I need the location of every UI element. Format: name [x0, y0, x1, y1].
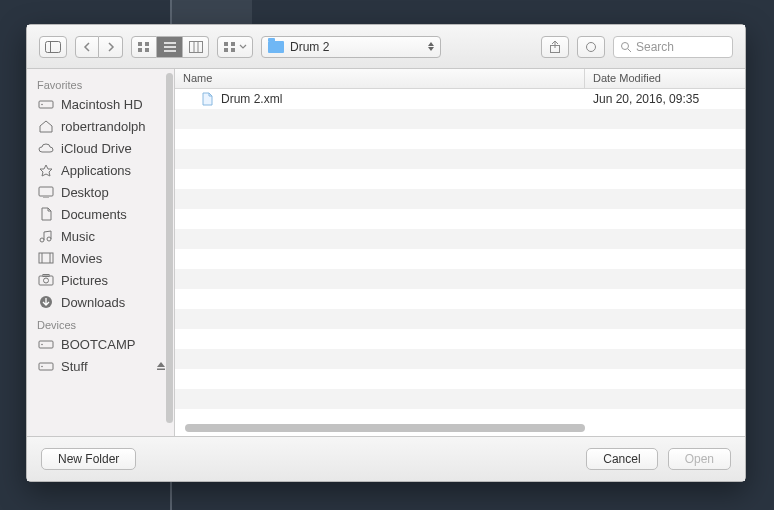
svg-rect-32 — [39, 341, 53, 348]
search-field[interactable]: Search — [613, 36, 733, 58]
hdd-icon — [37, 96, 55, 112]
svg-point-33 — [41, 344, 43, 346]
share-button[interactable] — [541, 36, 569, 58]
svg-rect-13 — [231, 42, 235, 46]
svg-rect-5 — [145, 48, 149, 52]
file-name: Drum 2.xml — [221, 92, 282, 106]
svg-rect-9 — [189, 41, 202, 52]
svg-rect-3 — [145, 42, 149, 46]
toolbar: Drum 2 Search — [27, 25, 745, 69]
sidebar-item-movies[interactable]: Movies — [27, 247, 174, 269]
sidebar-item-documents[interactable]: Documents — [27, 203, 174, 225]
horizontal-scrollbar[interactable] — [185, 424, 585, 432]
sidebar-item-pictures[interactable]: Pictures — [27, 269, 174, 291]
search-placeholder: Search — [636, 40, 674, 54]
open-button[interactable]: Open — [668, 448, 731, 470]
cancel-button[interactable]: Cancel — [586, 448, 657, 470]
arrange-button[interactable] — [217, 36, 253, 58]
eject-icon[interactable] — [156, 359, 166, 374]
svg-line-20 — [628, 49, 631, 52]
file-rows: Drum 2.xml Jun 20, 2016, 09:35 — [175, 89, 745, 436]
svg-rect-25 — [39, 253, 53, 263]
svg-point-19 — [622, 42, 629, 49]
sidebar-item-bootcamp[interactable]: BOOTCAMP — [27, 333, 174, 355]
file-list-area: Name Date Modified Drum 2.xml Jun 20, 20… — [175, 69, 745, 436]
back-button[interactable] — [75, 36, 99, 58]
svg-rect-2 — [138, 42, 142, 46]
column-name[interactable]: Name — [175, 69, 585, 88]
hdd-icon — [37, 336, 55, 352]
column-date[interactable]: Date Modified — [585, 69, 745, 88]
sidebar-item-home[interactable]: robertrandolph — [27, 115, 174, 137]
updown-icon — [428, 42, 434, 51]
list-view-button[interactable] — [157, 36, 183, 58]
column-headers: Name Date Modified — [175, 69, 745, 89]
svg-rect-28 — [39, 276, 53, 285]
svg-rect-21 — [39, 101, 53, 108]
search-icon — [620, 41, 632, 53]
cloud-icon — [37, 140, 55, 156]
file-date: Jun 20, 2016, 09:35 — [585, 92, 745, 106]
column-view-button[interactable] — [183, 36, 209, 58]
sidebar-scrollbar[interactable] — [166, 73, 173, 423]
forward-button[interactable] — [99, 36, 123, 58]
sidebar-toggle-button[interactable] — [39, 36, 67, 58]
icon-view-button[interactable] — [131, 36, 157, 58]
folder-icon — [268, 41, 284, 53]
svg-rect-14 — [224, 48, 228, 52]
dialog-footer: New Folder Cancel Open — [27, 437, 745, 481]
svg-rect-4 — [138, 48, 142, 52]
movies-icon — [37, 250, 55, 266]
open-dialog: Drum 2 Search Favorites Macintosh HD rob… — [26, 24, 746, 482]
sidebar-item-downloads[interactable]: Downloads — [27, 291, 174, 313]
docs-icon — [37, 206, 55, 222]
svg-rect-12 — [224, 42, 228, 46]
svg-rect-34 — [39, 363, 53, 370]
svg-point-35 — [41, 366, 43, 368]
home-icon — [37, 118, 55, 134]
svg-point-18 — [587, 42, 596, 51]
hdd-icon — [37, 358, 55, 374]
sidebar-item-music[interactable]: Music — [27, 225, 174, 247]
sidebar-item-applications[interactable]: Applications — [27, 159, 174, 181]
path-label: Drum 2 — [290, 40, 329, 54]
path-popup[interactable]: Drum 2 — [261, 36, 441, 58]
pictures-icon — [37, 272, 55, 288]
sidebar-item-desktop[interactable]: Desktop — [27, 181, 174, 203]
desktop-icon — [37, 184, 55, 200]
svg-rect-0 — [46, 41, 61, 52]
music-icon — [37, 228, 55, 244]
apps-icon — [37, 162, 55, 178]
tags-button[interactable] — [577, 36, 605, 58]
sidebar-section-devices: Devices — [27, 313, 174, 333]
svg-point-22 — [41, 104, 43, 106]
sidebar-item-stuff[interactable]: Stuff — [27, 355, 174, 377]
nav-buttons — [75, 36, 123, 58]
svg-rect-15 — [231, 48, 235, 52]
sidebar-item-macintosh-hd[interactable]: Macintosh HD — [27, 93, 174, 115]
svg-point-29 — [44, 278, 49, 283]
file-row[interactable]: Drum 2.xml Jun 20, 2016, 09:35 — [175, 89, 745, 109]
new-folder-button[interactable]: New Folder — [41, 448, 136, 470]
sidebar: Favorites Macintosh HD robertrandolph iC… — [27, 69, 175, 436]
sidebar-item-icloud[interactable]: iCloud Drive — [27, 137, 174, 159]
svg-rect-23 — [39, 187, 53, 196]
xml-file-icon — [199, 91, 215, 107]
sidebar-section-favorites: Favorites — [27, 73, 174, 93]
svg-rect-36 — [157, 368, 165, 370]
downloads-icon — [37, 294, 55, 310]
view-mode-buttons — [131, 36, 209, 58]
